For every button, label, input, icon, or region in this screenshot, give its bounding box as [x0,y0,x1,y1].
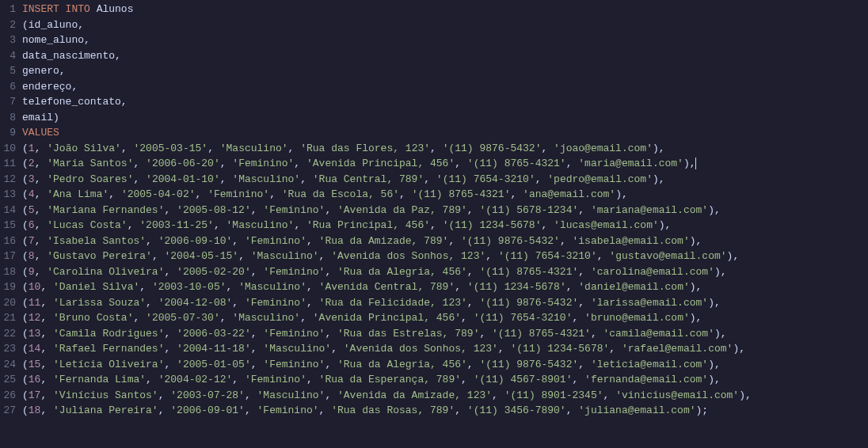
code-line[interactable]: (14, 'Rafael Fernandes', '2004-11-18', '… [22,341,852,357]
line-number: 3 [0,32,16,48]
line-number: 14 [0,203,16,218]
line-number: 4 [0,48,16,64]
code-line[interactable]: (15, 'Letícia Oliveira', '2005-01-05', '… [22,357,852,373]
code-line[interactable]: telefone_contato, [22,94,852,110]
code-line[interactable]: (id_aluno, [22,17,852,33]
line-number: 15 [0,218,16,233]
code-line[interactable]: (11, 'Larissa Souza', '2004-12-08', 'Fem… [22,295,852,311]
code-line[interactable]: (13, 'Camila Rodrigues', '2006-03-22', '… [22,326,852,342]
line-number: 25 [0,372,16,388]
code-line[interactable]: (5, 'Mariana Fernandes', '2005-08-12', '… [22,203,852,218]
line-number-gutter: 1234567891011121314151617181920212223242… [0,2,22,419]
code-line[interactable]: VALUES [22,125,852,141]
code-line[interactable]: (18, 'Juliana Pereira', '2006-09-01', 'F… [22,403,852,419]
code-line[interactable]: (12, 'Bruno Costa', '2005-07-30', 'Mascu… [22,310,852,326]
line-number: 5 [0,63,16,79]
code-line[interactable]: (16, 'Fernanda Lima', '2004-02-12', 'Fem… [22,372,852,388]
line-number: 10 [0,141,16,157]
line-number: 9 [0,125,16,141]
code-line[interactable]: (3, 'Pedro Soares', '2004-01-10', 'Mascu… [22,172,852,188]
code-line[interactable]: (4, 'Ana Lima', '2005-04-02', 'Feminino'… [22,187,852,203]
code-line[interactable]: (17, 'Vinícius Santos', '2003-07-28', 'M… [22,388,852,404]
line-number: 6 [0,79,16,95]
code-line[interactable]: (7, 'Isabela Santos', '2006-09-10', 'Fem… [22,233,852,249]
code-line[interactable]: INSERT INTO Alunos [22,2,852,17]
code-line[interactable]: (1, 'João Silva', '2005-03-15', 'Masculi… [22,141,852,157]
line-number: 12 [0,172,16,188]
line-number: 24 [0,357,16,373]
line-number: 18 [0,264,16,280]
code-line[interactable]: (2, 'Maria Santos', '2006-06-20', 'Femin… [22,156,852,172]
line-number: 16 [0,233,16,249]
code-line[interactable]: genero, [22,63,852,79]
line-number: 7 [0,94,16,110]
line-number: 11 [0,156,16,172]
code-content[interactable]: INSERT INTO Alunos(id_aluno,nome_aluno,d… [22,2,868,419]
code-line[interactable]: (10, 'Daniel Silva', '2003-10-05', 'Masc… [22,279,852,295]
line-number: 23 [0,341,16,357]
line-number: 19 [0,279,16,295]
code-line[interactable]: nome_aluno, [22,32,852,48]
line-number: 22 [0,326,16,342]
line-number: 2 [0,17,16,33]
line-number: 17 [0,249,16,264]
code-line[interactable]: email) [22,110,852,126]
code-line[interactable]: (6, 'Lucas Costa', '2003-11-25', 'Mascul… [22,218,852,233]
line-number: 26 [0,388,16,404]
line-number: 1 [0,2,16,17]
line-number: 20 [0,295,16,311]
line-number: 13 [0,187,16,203]
line-number: 21 [0,310,16,326]
line-number: 27 [0,403,16,419]
line-number: 8 [0,110,16,126]
code-line[interactable]: data_nascimento, [22,48,852,64]
code-line[interactable]: (8, 'Gustavo Pereira', '2004-05-15', 'Ma… [22,249,852,264]
code-line[interactable]: (9, 'Carolina Oliveira', '2005-02-20', '… [22,264,852,280]
code-line[interactable]: endereço, [22,79,852,95]
code-editor[interactable]: 1234567891011121314151617181920212223242… [0,0,868,420]
